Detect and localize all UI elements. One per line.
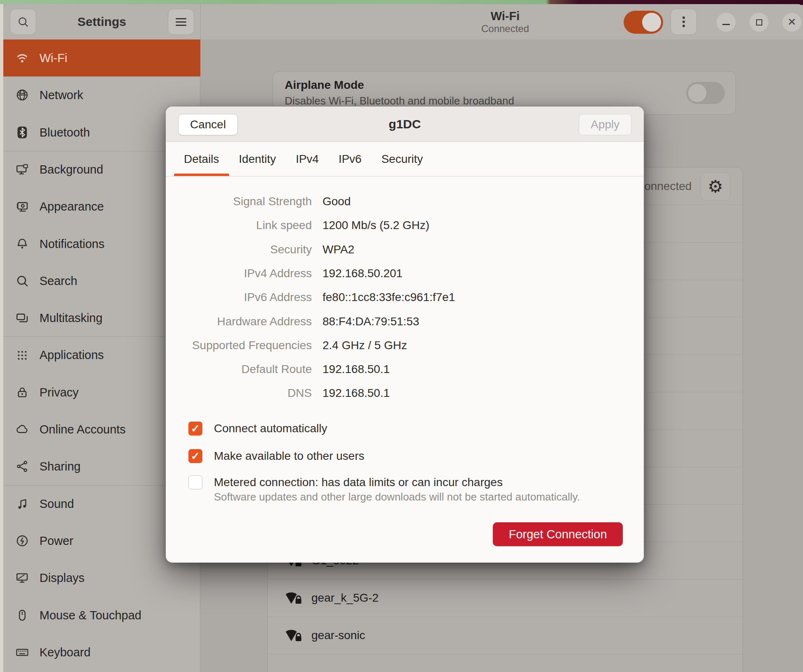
lock-icon [15,385,30,400]
detail-label: DNS [166,387,312,400]
apply-button[interactable]: Apply [579,114,631,135]
tab-ipv6[interactable]: IPv6 [329,142,371,176]
bluetooth-icon [15,125,30,140]
detail-label: Hardware Address [166,315,312,328]
sidebar-item-label: Displays [39,571,85,585]
checkbox-connect-automatically[interactable]: Connect automatically [188,422,327,436]
close-button[interactable]: × [782,13,801,32]
sidebar-item-label: Search [39,274,77,288]
maximize-button[interactable] [750,13,768,32]
checkbox-sublabel: Software updates and other large downloa… [214,491,644,503]
checkbox-unchecked-icon[interactable] [188,475,202,489]
bell-icon [15,236,30,251]
checkbox-checked-icon[interactable] [188,449,202,463]
sidebar-item-label: Privacy [39,386,79,399]
sidebar-item-label: Power [39,534,73,548]
checkbox-make-available-to-other-users[interactable]: Make available to other users [188,449,364,463]
sidebar-item-wi-fi[interactable]: Wi-Fi [3,39,200,76]
screen: Settings Wi-Fi Connected × Wi-FiNetworkB… [0,0,803,672]
checkbox-checked-icon[interactable] [188,422,202,436]
detail-row-ipv6-address: IPv6 Addressfe80::1cc8:33fe:c961:f7e1 [166,285,644,309]
power-icon [15,533,30,548]
sidebar-item-displays[interactable]: Displays [3,559,200,596]
connection-status: Connected [636,167,692,205]
detail-row-default-route: Default Route192.168.50.1 [166,357,644,381]
header-divider [200,4,201,39]
detail-label: Signal Strength [166,195,312,208]
detail-row-hardware-address: Hardware Address88:F4:DA:79:51:53 [166,310,644,334]
main-menu-button[interactable] [168,9,194,35]
sidebar-item-mouse-touchpad[interactable]: Mouse & Touchpad [3,597,200,634]
tab-identity[interactable]: Identity [229,142,286,176]
detail-row-supported-frequencies: Supported Frequencies2.4 GHz / 5 GHz [166,334,644,357]
dialog-tabbar: DetailsIdentityIPv4IPv6Security [166,142,644,176]
detail-value: 2.4 GHz / 5 GHz [323,339,407,352]
network-row[interactable] [268,654,743,672]
detail-row-signal-strength: Signal StrengthGood [166,190,644,213]
sidebar-item-label: Sound [39,497,74,511]
wifi-icon [15,51,30,65]
detail-label: Security [166,243,312,256]
detail-label: IPv4 Address [166,267,312,280]
sidebar-item-keyboard[interactable]: Keyboard [3,634,200,671]
page-title: Wi-Fi [491,9,520,23]
background-icon [15,162,30,177]
cloud-icon [15,422,30,437]
mouse-icon [15,608,30,623]
tab-security[interactable]: Security [371,142,433,176]
tab-details[interactable]: Details [174,142,229,176]
sidebar-item-label: Notifications [39,237,104,251]
wifi-toggle[interactable] [624,11,663,34]
airplane-mode-toggle[interactable] [686,82,725,104]
sidebar-item-label: Wi-Fi [39,51,67,65]
detail-value: Good [323,195,351,208]
sidebar-item-label: Appearance [39,200,104,213]
search-icon [15,273,30,288]
checkbox-label: Connect automatically [214,422,327,435]
detail-value: WPA2 [323,243,354,256]
detail-label: Supported Frequencies [166,339,312,352]
detail-row-link-speed: Link speed1200 Mb/s (5.2 GHz) [166,213,644,237]
sidebar-item-label: Applications [39,348,104,362]
toggle-knob [642,13,661,32]
wifi-lock-icon [284,589,303,607]
detail-label: IPv6 Address [166,291,312,304]
detail-row-security: SecurityWPA2 [166,238,644,262]
sidebar-item-label: Keyboard [39,646,91,659]
minimize-button[interactable] [717,13,736,32]
page-subtitle: Connected [481,23,529,35]
sidebar-item-label: Sharing [39,460,81,473]
checkbox-label: Make available to other users [214,450,364,463]
wifi-details-dialog: g1DC Cancel Apply DetailsIdentityIPv4IPv… [166,107,644,563]
detail-label: Default Route [166,363,312,376]
kebab-menu-button[interactable] [671,9,697,35]
close-icon: × [788,14,796,28]
sidebar-item-label: Background [39,163,103,176]
sidebar-item-label: Online Accounts [39,423,126,436]
multitasking-icon [15,311,30,325]
detail-value: 1200 Mb/s (5.2 GHz) [323,219,429,232]
detail-value: fe80::1cc8:33fe:c961:f7e1 [323,291,455,304]
network-settings-button[interactable] [701,172,730,201]
dialog-body: Signal StrengthGoodLink speed1200 Mb/s (… [166,176,644,563]
dialog-header: g1DC Cancel Apply [166,107,644,142]
network-name: gear_k_5G-2 [311,591,378,605]
toggle-knob [688,84,706,102]
tab-ipv4[interactable]: IPv4 [286,142,329,176]
hamburger-icon [176,21,186,23]
network-row-gear-k-5g-2[interactable]: gear_k_5G-2 [268,579,743,616]
checkbox-metered-connection[interactable]: Metered connection: has data limits or c… [188,475,644,503]
detail-label: Link speed [166,219,312,232]
forget-connection-button[interactable]: Forget Connection [493,522,623,546]
apps-grid-icon [15,348,30,363]
appearance-icon [15,199,30,214]
sidebar-item-label: Bluetooth [39,126,90,139]
wifi-lock-icon [284,627,303,644]
network-row-gear-sonic[interactable]: gear-sonic [268,616,743,654]
detail-value: 88:F4:DA:79:51:53 [323,315,419,328]
detail-row-ipv4-address: IPv4 Address192.168.50.201 [166,262,644,285]
page-title-block: Wi-Fi Connected [423,4,587,39]
cancel-button[interactable]: Cancel [178,114,238,135]
share-icon [15,459,30,474]
music-note-icon [15,497,30,512]
